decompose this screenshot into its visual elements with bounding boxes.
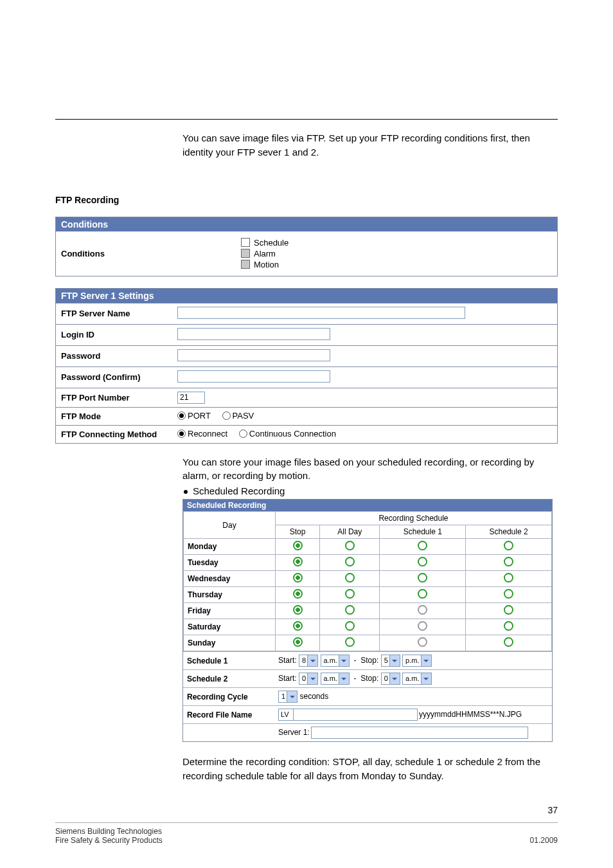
s1-stop-ampm[interactable]: p.m. [402,655,431,667]
schedule-radio[interactable] [345,621,355,631]
alarm-text: Alarm [254,249,276,258]
schedule-radio[interactable] [345,557,355,566]
recording-cycle-select[interactable]: 1 [278,691,298,703]
stop-col: Stop [276,525,320,539]
conditions-panel: Conditions Conditions Schedule Alarm Mot… [55,217,558,276]
day-cell: Sunday [184,635,276,651]
s2-start-ampm[interactable]: a.m. [321,673,350,685]
schedule-radio[interactable] [293,541,303,550]
chevron-down-icon [421,673,431,684]
s1-stop-hour[interactable]: 5 [381,655,400,667]
bullet-text: Scheduled Recording [193,485,285,496]
schedule-radio[interactable] [345,637,355,647]
s2-start-hour[interactable]: 0 [299,673,318,685]
schedule-radio[interactable] [418,605,427,615]
schedule2-label: Schedule 2 [183,670,274,688]
schedule-radio[interactable] [504,589,513,599]
motion-checkbox[interactable] [241,260,250,269]
s1-col: Schedule 1 [380,525,466,539]
ftp-server-panel: FTP Server 1 Settings FTP Server Name Lo… [55,288,558,444]
chevron-down-icon [307,673,317,684]
server-name-label: FTP Server Name [56,303,172,324]
continuous-radio[interactable] [239,429,247,438]
recording-schedule-header: Recording Schedule [276,512,552,525]
filename-prefix-input[interactable]: LV [278,709,294,721]
schedule-radio[interactable] [293,637,303,647]
stop-lbl: Stop: [360,656,378,665]
schedule-radio[interactable] [293,573,303,583]
schedule-radio[interactable] [345,573,355,583]
schedule-radio[interactable] [504,541,513,550]
pasv-text: PASV [233,411,254,420]
ftp-mode-label: FTP Mode [56,407,172,425]
schedule-radio[interactable] [418,621,427,631]
chevron-down-icon [421,655,431,666]
pasv-radio[interactable] [222,411,231,420]
schedule-radio[interactable] [345,541,355,550]
schedule-radio[interactable] [418,541,427,550]
footer-left-1: Siemens Building Technologies [55,827,162,836]
chevron-down-icon [339,655,349,666]
s1-start-hour[interactable]: 8 [299,655,318,667]
recording-cycle-label: Recording Cycle [183,688,274,706]
server-name-input[interactable] [177,307,465,319]
day-cell: Saturday [184,619,276,635]
chevron-down-icon [389,655,400,666]
page-number: 37 [547,805,558,815]
s2-col: Schedule 2 [466,525,552,539]
schedule-radio[interactable] [504,557,513,566]
login-id-input[interactable] [177,328,330,340]
schedule-radio[interactable] [293,605,303,615]
schedule-radio[interactable] [418,573,427,583]
server-path-label [183,724,274,742]
para3-text: Determine the recording condition: STOP,… [182,755,558,783]
password-input[interactable] [177,349,330,361]
conn-method-label: FTP Connecting Method [56,425,172,443]
port-number-input[interactable]: 21 [177,392,205,404]
bullet-icon [184,490,188,494]
schedule-radio[interactable] [504,621,513,631]
bullet-row: Scheduled Recording [182,485,558,496]
server1-input[interactable] [311,727,528,739]
continuous-text: Continuous Connection [249,429,336,439]
schedule-radio[interactable] [418,557,427,566]
reconnect-text: Reconnect [188,429,227,439]
schedule-radio[interactable] [504,573,513,583]
start-lbl: Start: [278,674,297,683]
seconds-text: seconds [299,692,328,701]
login-id-label: Login ID [56,324,172,345]
allday-col: All Day [320,525,380,539]
schedule-radio[interactable] [345,589,355,599]
s2-stop-hour[interactable]: 0 [381,673,400,685]
reconnect-radio[interactable] [177,429,186,438]
day-cell: Monday [184,539,276,555]
schedule-radio[interactable] [418,637,427,647]
schedule-radio[interactable] [504,637,513,647]
day-header: Day [184,512,276,539]
schedule-radio[interactable] [293,589,303,599]
s1-start-ampm[interactable]: a.m. [321,655,350,667]
password-confirm-input[interactable] [177,370,330,383]
schedule-radio[interactable] [293,557,303,566]
password-label: Password [56,345,172,366]
port-radio[interactable] [177,411,186,420]
start-lbl: Start: [278,656,297,665]
sched-header: Scheduled Recording [183,500,552,511]
conditions-label: Conditions [61,238,241,269]
schedule-text: Schedule [254,238,289,248]
schedule-radio[interactable] [293,621,303,631]
schedule-radio[interactable] [504,605,513,615]
footer-left-2: Fire Safety & Security Products [55,836,163,845]
filename-body-input[interactable] [294,709,418,721]
schedule-radio[interactable] [345,605,355,615]
chevron-down-icon [389,673,400,684]
chevron-down-icon [287,691,297,702]
alarm-checkbox[interactable] [241,249,250,258]
server1-text: Server 1: [278,728,310,737]
schedule-checkbox[interactable] [241,238,250,247]
schedule-radio[interactable] [418,589,427,599]
filename-suffix: yyyymmddHHMMSS***N.JPG [419,710,522,719]
day-cell: Tuesday [184,555,276,571]
s2-stop-ampm[interactable]: a.m. [402,673,431,685]
record-file-name-label: Record File Name [183,706,274,724]
